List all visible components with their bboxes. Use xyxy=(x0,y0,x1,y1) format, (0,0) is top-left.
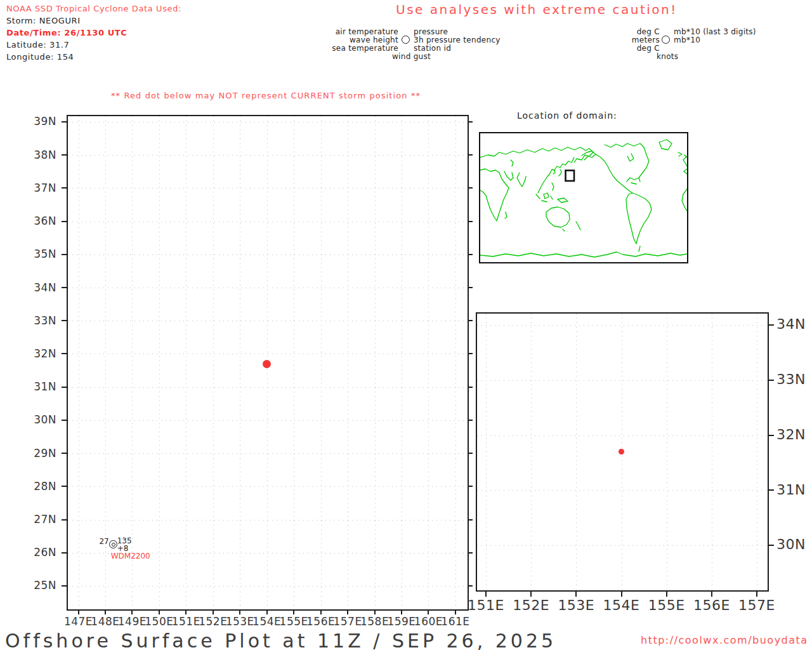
lat-tick-left xyxy=(62,221,67,222)
lon-tick-bottom xyxy=(185,609,187,614)
lon-tick-bottom xyxy=(213,609,214,614)
domain-zoom-panel: 34N33N32N31N30N151E152E153E154E155E156E1… xyxy=(476,312,769,592)
lat-tick-label: 36N xyxy=(29,215,56,227)
lat-tick-left xyxy=(62,585,67,587)
latitude-gridline xyxy=(477,545,768,546)
longitude-gridline xyxy=(402,116,402,609)
lat-tick-label: 30N xyxy=(29,413,56,426)
longitude-gridline xyxy=(712,314,712,590)
lat-tick-right xyxy=(468,552,473,554)
lat-tick-label: 31N xyxy=(776,482,812,498)
longitude-gridline xyxy=(428,116,429,609)
lon-tick-label: 157E xyxy=(735,597,779,613)
lat-tick-label: 39N xyxy=(29,115,56,128)
units-air-temperature: deg C xyxy=(609,27,660,36)
lon-tick-bottom xyxy=(455,609,456,614)
lon-tick-label: 154E xyxy=(599,597,644,613)
longitude-gridline xyxy=(455,116,456,609)
lat-tick-left xyxy=(62,254,67,255)
lon-tick-bottom xyxy=(239,609,240,614)
lat-tick-left xyxy=(62,353,67,354)
station-circle-units-icon xyxy=(662,36,670,44)
lon-tick-bottom xyxy=(575,590,577,597)
longitude-gridline xyxy=(531,314,532,590)
lat-tick-label: 35N xyxy=(29,248,56,260)
lat-tick-label: 25N xyxy=(29,579,56,592)
units-pressure-tendency: mb*10 xyxy=(674,36,700,44)
longitude-gridline xyxy=(132,116,133,609)
lon-tick-label: 152E xyxy=(509,597,553,613)
page-title: Offshore Surface Plot at 11Z / SEP 26, 2… xyxy=(5,630,556,650)
lon-tick-bottom xyxy=(530,590,532,597)
latitude-gridline xyxy=(477,490,768,491)
lat-tick-right xyxy=(468,287,473,288)
lon-tick-bottom xyxy=(293,609,294,614)
lat-tick-right xyxy=(468,353,473,354)
legend-pressure-tendency: 3h pressure tendency xyxy=(414,36,501,44)
legend-wind-gust: wind gust xyxy=(392,52,431,61)
legend-station-id: station id xyxy=(414,44,451,53)
lat-tick-right xyxy=(768,435,774,436)
lat-tick-right xyxy=(468,187,473,189)
lat-tick-right xyxy=(768,324,774,326)
noaa-source-line: NOAA SSD Tropical Cyclone Data Used: xyxy=(6,4,181,13)
lon-tick-bottom xyxy=(105,609,106,614)
storm-name-line: Storm: NEOGURI xyxy=(6,16,81,25)
storm-datetime-line: Date/Time: 26/1130 UTC xyxy=(6,28,127,37)
inset-label: Location of domain: xyxy=(517,110,617,121)
latitude-gridline xyxy=(68,486,468,487)
latitude-gridline xyxy=(68,586,468,587)
legend-pressure: pressure xyxy=(414,27,448,36)
lat-tick-label: 30N xyxy=(776,536,812,552)
lat-tick-label: 34N xyxy=(29,281,56,294)
station-id-label: WDM2200 xyxy=(111,552,150,560)
units-wind-gust: knots xyxy=(657,52,678,61)
lon-tick-bottom xyxy=(711,590,712,597)
units-pressure: mb*10 (last 3 digits) xyxy=(674,27,756,36)
lon-tick-bottom xyxy=(78,609,79,614)
latitude-gridline xyxy=(477,380,768,381)
storm-position-warning: ** Red dot below may NOT represent CURRE… xyxy=(111,91,421,100)
lat-tick-label: 26N xyxy=(29,546,56,559)
latitude-gridline xyxy=(68,520,468,521)
lon-tick-bottom xyxy=(266,609,268,614)
source-url-link[interactable]: http://coolwx.com/buoydata xyxy=(641,634,808,646)
lon-tick-bottom xyxy=(320,609,322,614)
storm-position-dot xyxy=(263,360,271,368)
longitude-gridline xyxy=(576,314,577,590)
world-map-inset xyxy=(479,132,688,263)
lat-tick-left xyxy=(62,453,67,454)
lon-tick-bottom xyxy=(374,609,376,614)
lon-tick-bottom xyxy=(347,609,348,614)
lon-tick-bottom xyxy=(401,609,402,614)
longitude-gridline xyxy=(240,116,240,609)
longitude-gridline xyxy=(186,116,187,609)
legend-air-temperature: air temperature xyxy=(310,27,398,36)
lat-tick-right xyxy=(768,545,774,546)
domain-box xyxy=(566,171,575,182)
station-air-temp: 27 xyxy=(88,537,109,546)
longitude-gridline xyxy=(294,116,294,609)
lat-tick-right xyxy=(768,489,774,491)
caution-headline: Use analyses with extreme caution! xyxy=(396,2,678,17)
lat-tick-left xyxy=(62,420,67,421)
lat-tick-left xyxy=(62,154,67,156)
latitude-gridline xyxy=(68,354,468,354)
lat-tick-left xyxy=(62,320,67,321)
lat-tick-label: 27N xyxy=(29,513,56,526)
lon-tick-bottom xyxy=(666,590,667,597)
lat-tick-right xyxy=(468,387,473,388)
longitude-gridline xyxy=(667,314,667,590)
latitude-gridline xyxy=(68,188,468,189)
lon-tick-bottom xyxy=(756,590,757,597)
latitude-gridline xyxy=(68,387,468,388)
lat-tick-right xyxy=(468,519,473,521)
lat-tick-label: 33N xyxy=(776,371,812,387)
latitude-gridline xyxy=(68,420,468,421)
lon-tick-bottom xyxy=(621,590,622,597)
lat-tick-left xyxy=(62,287,67,288)
lat-tick-label: 32N xyxy=(776,427,812,442)
latitude-gridline xyxy=(477,435,768,436)
lon-tick-bottom xyxy=(485,590,487,597)
lat-tick-label: 37N xyxy=(29,182,56,194)
